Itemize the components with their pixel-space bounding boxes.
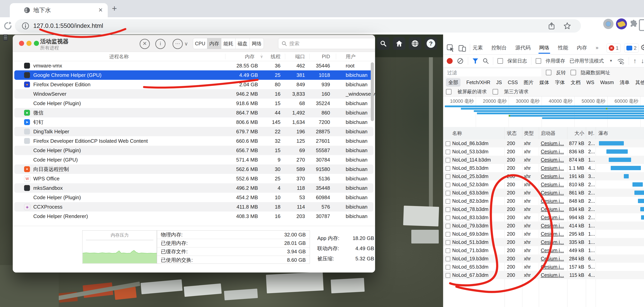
browser-tab[interactable]: 地下水 ×	[10, 3, 108, 17]
filter-chip-全部[interactable]: 全部	[446, 78, 460, 87]
network-request-row[interactable]: NoLod_86.b3dm200xhrCesium.j...877 kB2...	[443, 139, 644, 147]
network-conditions-icon[interactable]	[617, 58, 624, 64]
network-request-row[interactable]: NoLod_19.b3dm200xhrCesium.j...284 kB6...	[443, 254, 644, 263]
network-request-row[interactable]: NoLod_25.b3dm200xhrCesium.j...191 kB3...	[443, 172, 644, 180]
table-row[interactable]: Code Helper (Plugin)454.2 MB105360984bib…	[14, 193, 374, 202]
search-network-icon[interactable]	[482, 58, 489, 64]
preserve-log-label[interactable]: 保留日志	[507, 58, 527, 64]
request-checkbox[interactable]	[446, 191, 450, 195]
clear-network-log-icon[interactable]	[457, 58, 464, 64]
request-name[interactable]: NoLod_67.b3dm	[452, 271, 488, 279]
error-badge[interactable]: ✕ 1	[606, 44, 621, 53]
request-checkbox[interactable]	[446, 232, 450, 237]
omnibox[interactable]: 127.0.0.1:5500/index.html	[15, 19, 581, 33]
request-name[interactable]: NoLod_51.b3dm	[452, 238, 488, 246]
inspect-element-icon[interactable]	[446, 44, 454, 52]
request-checkbox[interactable]	[446, 240, 450, 245]
col-waterfall[interactable]: 瀑布	[598, 127, 608, 139]
table-row[interactable]: vmware-vmx28.55 GB3646235446root	[14, 61, 374, 70]
network-request-row[interactable]: NoLod_79.b3dm200xhrCesium.j...414 kB1...	[443, 221, 644, 230]
am-titlebar[interactable]: 活动监视器 所有进程 ✕ i ⋯ ∨ CPU内存能耗磁盘网络 搜索	[13, 35, 375, 52]
request-initiator-link[interactable]: Cesium.j...	[541, 189, 564, 197]
blocked-requests-label[interactable]: 被屏蔽的请求	[457, 88, 487, 95]
throttling-select[interactable]: 已停用节流模式	[570, 58, 604, 64]
am-tab-CPU[interactable]: CPU	[193, 38, 207, 49]
request-name[interactable]: NoLod_82.b3dm	[452, 197, 488, 205]
request-checkbox[interactable]	[446, 207, 450, 212]
request-checkbox[interactable]	[446, 150, 450, 154]
preserve-log-checkbox[interactable]	[498, 58, 503, 64]
request-initiator-link[interactable]: Cesium.j...	[541, 180, 564, 189]
table-row[interactable]: Firefox Developer EditionCP Isolated Web…	[14, 136, 374, 146]
request-name[interactable]: NoLod_71.b3dm	[452, 246, 488, 254]
network-request-row[interactable]: NoLod_71.b3dm200xhrCesium.j...449 kB1...	[443, 246, 644, 254]
filter-chip-JS[interactable]: JS	[496, 80, 502, 85]
network-request-row[interactable]: NoLod_114.b3dm200xhrCesium.j...874 kB1..…	[443, 156, 644, 164]
column-header-process[interactable]: 进程名称	[13, 52, 225, 61]
devtools-tab-性能[interactable]: 性能	[558, 41, 568, 55]
request-initiator-link[interactable]: Cesium.j...	[541, 246, 564, 254]
navigation-help-button[interactable]: ?	[425, 37, 437, 50]
filter-chip-其他[interactable]: 其他	[636, 79, 644, 86]
request-checkbox[interactable]	[446, 182, 450, 187]
devtools-tab-元素[interactable]: 元素	[472, 41, 483, 55]
column-header-user[interactable]: 用户	[346, 52, 356, 61]
col-status[interactable]: 状态	[507, 127, 517, 139]
table-row[interactable]: mksSandbox496.2 MB411835448bibichuan	[14, 183, 374, 193]
import-har-icon[interactable]: ↑	[633, 57, 636, 65]
request-name[interactable]: NoLod_79.b3dm	[452, 221, 488, 230]
inspect-process-button[interactable]: i	[155, 39, 166, 49]
request-initiator-link[interactable]: Cesium.j...	[541, 238, 564, 246]
column-header-threads[interactable]: 线程	[271, 52, 280, 61]
request-name[interactable]: NoLod_19.b3dm	[452, 254, 488, 263]
request-initiator-link[interactable]: Cesium.j...	[541, 156, 564, 164]
request-initiator-link[interactable]: Cesium.j...	[541, 263, 564, 271]
desktop-file-icon[interactable]	[3, 35, 8, 41]
table-row[interactable]: ●Firefox Developer Edition2.04 GB8084993…	[14, 80, 374, 89]
request-name[interactable]: NoLod_83.b3dm	[452, 213, 488, 221]
network-request-row[interactable]: NoLod_65.b3dm200xhrCesium.j...157 kB5...	[443, 263, 644, 271]
request-initiator-link[interactable]: Cesium.j...	[541, 221, 564, 230]
network-request-row[interactable]: NoLod_69.b3dm200xhrCesium.j...295 kB1...	[443, 230, 644, 238]
device-toolbar-icon[interactable]	[458, 44, 466, 52]
chevron-down-icon[interactable]: ∨	[184, 41, 188, 47]
am-tab-内存[interactable]: 内存	[207, 38, 221, 49]
network-request-row[interactable]: NoLod_78.b3dm200xhrCesium.j...834 kB2...	[443, 205, 644, 213]
third-party-label[interactable]: 第三方请求	[504, 88, 528, 95]
table-row[interactable]: DingTalk Helper679.7 MB2219628875bibichu…	[14, 127, 374, 136]
devtools-tab-内存[interactable]: 内存	[577, 41, 587, 55]
share-icon[interactable]	[548, 22, 556, 30]
table-row[interactable]: Code Helper (Plugin)656.7 MB156955587bib…	[14, 146, 374, 155]
extensions-puzzle-icon[interactable]	[629, 20, 638, 29]
filter-chip-Wasm[interactable]: Wasm	[600, 80, 614, 85]
devtools-tab-源代码[interactable]: 源代码	[515, 41, 530, 55]
settings-gear-icon[interactable]: ⚙	[640, 43, 644, 52]
devtools-tab-网络[interactable]: 网络	[539, 41, 550, 55]
column-header-ports[interactable]: 端口	[295, 52, 305, 61]
request-name[interactable]: NoLod_53.b3dm	[452, 147, 488, 156]
filter-chip-文档[interactable]: 文档	[571, 79, 580, 86]
col-size[interactable]: 大小	[574, 127, 584, 139]
filter-chip-CSS[interactable]: CSS	[508, 80, 518, 85]
table-row[interactable]: Code Helper (Plugin)918.6 MB156835224bib…	[14, 99, 374, 108]
extension-icon[interactable]	[603, 19, 614, 29]
table-row[interactable]: ●微信864.7 MB441,492860bibichuan	[14, 108, 374, 117]
table-row[interactable]: Code Helper (Renderer)408.3 MB1620330787…	[14, 211, 374, 221]
request-checkbox[interactable]	[446, 265, 450, 269]
third-party-checkbox[interactable]	[492, 89, 498, 95]
request-initiator-link[interactable]: Cesium.j...	[541, 172, 564, 180]
request-initiator-link[interactable]: Cesium.j...	[541, 254, 564, 263]
quit-process-button[interactable]: ✕	[140, 39, 150, 49]
network-request-row[interactable]: NoLod_67.b3dm200xhrCesium.j...115 kB4...	[443, 271, 644, 279]
table-row[interactable]: WWPS Office552.6 MB253705136bibichuan	[14, 174, 374, 183]
filter-chip-媒体[interactable]: 媒体	[540, 79, 549, 86]
request-name[interactable]: NoLod_25.b3dm	[452, 172, 488, 180]
record-network-log-button[interactable]	[447, 58, 453, 64]
site-info-icon[interactable]	[22, 22, 30, 30]
col-time[interactable]: 时.	[588, 127, 594, 139]
filter-input[interactable]: 过滤	[445, 69, 541, 77]
request-checkbox[interactable]	[446, 224, 450, 228]
table-row[interactable]: ✦向日葵远程控制562.6 MB3058991580bibichuan	[14, 164, 374, 174]
filter-chip-图片[interactable]: 图片	[524, 79, 534, 86]
profile-icon[interactable]	[639, 19, 644, 31]
